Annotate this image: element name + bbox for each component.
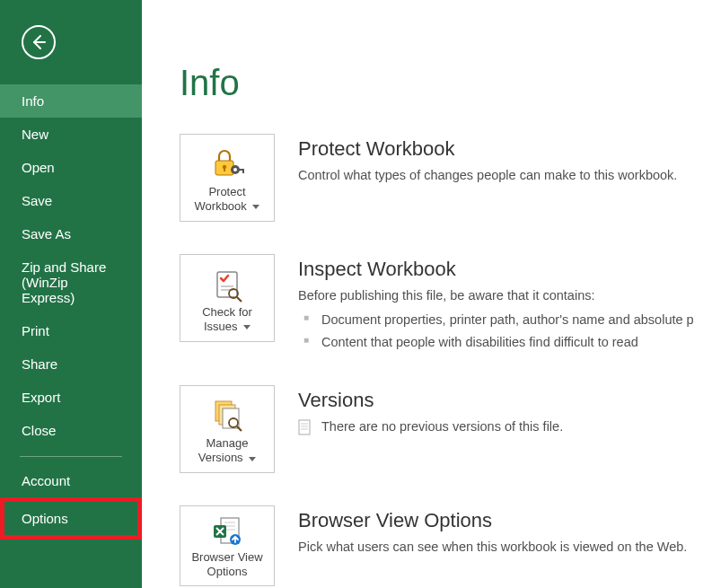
sidebar-item-label: Export bbox=[22, 390, 60, 405]
section-title: Protect Workbook bbox=[298, 137, 712, 161]
svg-rect-7 bbox=[242, 169, 244, 173]
documents-stack-icon bbox=[208, 393, 246, 436]
sidebar-item-close[interactable]: Close bbox=[0, 414, 142, 447]
document-icon bbox=[298, 419, 312, 435]
sidebar-item-options[interactable]: Options bbox=[0, 497, 142, 540]
section-title: Inspect Workbook bbox=[298, 258, 712, 281]
list-item: Document properties, printer path, autho… bbox=[298, 309, 712, 331]
section-title: Browser View Options bbox=[298, 509, 712, 532]
svg-rect-18 bbox=[299, 420, 310, 434]
sidebar-item-label: Info bbox=[22, 93, 44, 109]
sidebar-item-label: Save bbox=[22, 193, 52, 208]
svg-line-12 bbox=[237, 297, 242, 302]
back-button[interactable] bbox=[22, 25, 56, 59]
sidebar-item-share[interactable]: Share bbox=[0, 347, 142, 381]
svg-rect-3 bbox=[224, 168, 225, 171]
sidebar-item-label: Open bbox=[22, 160, 55, 175]
sidebar-item-label: Options bbox=[22, 511, 68, 526]
sidebar-item-label: Zip and Share (WinZip Express) bbox=[22, 259, 106, 305]
svg-point-5 bbox=[233, 168, 237, 171]
chevron-down-icon bbox=[249, 452, 256, 466]
sidebar-item-save-as[interactable]: Save As bbox=[0, 217, 142, 250]
sidebar-item-label: Print bbox=[22, 323, 49, 338]
sidebar-item-info[interactable]: Info bbox=[0, 84, 142, 118]
sidebar-item-account[interactable]: Account bbox=[0, 464, 142, 497]
sidebar-item-label: Save As bbox=[22, 226, 71, 241]
arrow-left-icon bbox=[29, 32, 48, 52]
page-title: Info bbox=[180, 63, 712, 103]
sidebar-item-label: Account bbox=[22, 473, 70, 488]
tile-label: Manage Versions bbox=[198, 436, 257, 465]
sidebar-item-save[interactable]: Save bbox=[0, 184, 142, 217]
sidebar-item-zip-share[interactable]: Zip and Share (WinZip Express) bbox=[0, 250, 142, 314]
sidebar-item-open[interactable]: Open bbox=[0, 151, 142, 184]
sidebar-item-label: New bbox=[22, 127, 48, 142]
manage-versions-button[interactable]: Manage Versions bbox=[180, 385, 275, 473]
backstage-sidebar: Info New Open Save Save As Zip and Share… bbox=[0, 0, 142, 588]
sidebar-separator bbox=[20, 456, 122, 457]
tile-label: Browser View Options bbox=[191, 550, 262, 578]
check-for-issues-button[interactable]: Check for Issues bbox=[180, 254, 275, 342]
main-panel: Info Protect Workbook bbox=[142, 0, 712, 588]
browser-view-options-button[interactable]: Browser View Options bbox=[180, 505, 275, 586]
checklist-icon bbox=[208, 262, 246, 305]
section-text: Before publishing this file, be aware th… bbox=[298, 286, 712, 305]
list-item: Content that people with disabilities fi… bbox=[298, 331, 712, 354]
sidebar-item-new[interactable]: New bbox=[0, 118, 142, 151]
section-inspect-workbook: Check for Issues Inspect Workbook Before… bbox=[180, 254, 712, 353]
lock-key-icon bbox=[208, 142, 246, 185]
section-versions: Manage Versions Versions There ar bbox=[180, 385, 712, 473]
section-text: There are no previous versions of this f… bbox=[321, 417, 563, 436]
tile-label: Check for Issues bbox=[202, 305, 252, 334]
sidebar-item-print[interactable]: Print bbox=[0, 314, 142, 347]
tile-label: Protect Workbook bbox=[195, 185, 260, 214]
inspect-bullets: Document properties, printer path, autho… bbox=[298, 309, 712, 353]
protect-workbook-button[interactable]: Protect Workbook bbox=[180, 134, 275, 222]
section-text: Control what types of changes people can… bbox=[298, 166, 712, 185]
sidebar-item-label: Close bbox=[22, 423, 56, 438]
section-text: Pick what users can see when this workbo… bbox=[298, 538, 712, 557]
sidebar-item-label: Share bbox=[22, 356, 57, 372]
chevron-down-icon bbox=[243, 320, 251, 334]
section-title: Versions bbox=[298, 389, 712, 412]
chevron-down-icon bbox=[252, 199, 259, 214]
section-browser-view: Browser View Options Browser View Option… bbox=[180, 505, 712, 586]
sidebar-item-export[interactable]: Export bbox=[0, 381, 142, 414]
excel-upload-icon bbox=[208, 513, 246, 550]
section-protect-workbook: Protect Workbook Protect Workbook Contro… bbox=[180, 134, 712, 222]
